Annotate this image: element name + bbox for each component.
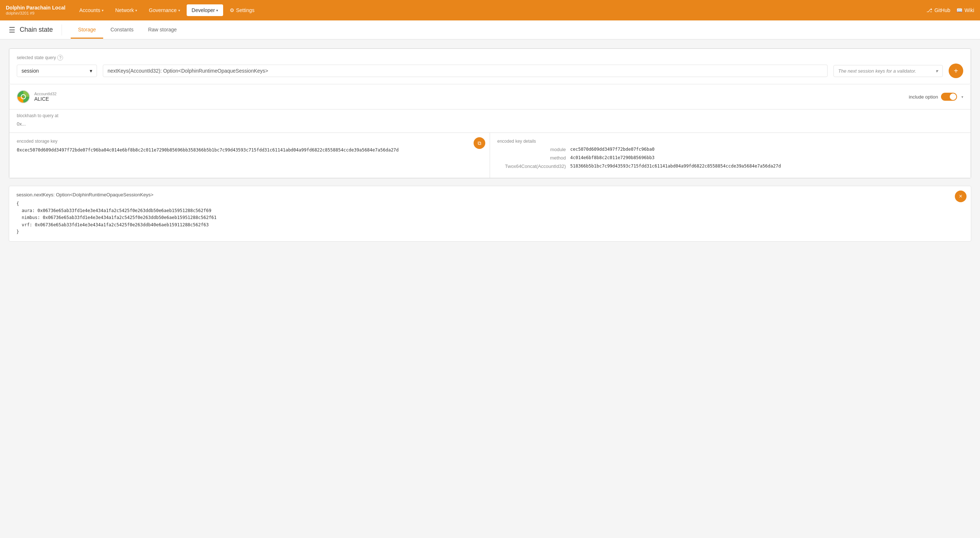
close-result-button[interactable]: × [955, 190, 967, 202]
nav-right: ⎇ GitHub 📖 Wiki [926, 7, 974, 13]
module-select-value: session [22, 68, 39, 74]
brand-sub: dolphin/3201 #9 [6, 11, 65, 16]
encoded-storage-key-value: 0xcec5070d609dd3497f72bde07fc96ba04c014e… [17, 147, 482, 153]
nav-items: Accounts ▾ Network ▾ Governance ▾ Develo… [74, 5, 926, 16]
nav-settings[interactable]: ⚙ Settings [224, 5, 259, 16]
account-avatar [17, 90, 30, 103]
github-icon: ⎇ [926, 7, 932, 13]
query-selector-inner: selected state query ? session ▾ nextKey… [17, 55, 963, 78]
key-details-table: module cec5070d609dd3497f72bde07fc96ba0 … [497, 147, 963, 169]
key-details-method-value: 4c014e6bf8b8c2c011e7290b85696bb3 [570, 155, 963, 161]
nav-accounts-label: Accounts [79, 7, 100, 13]
result-title: session.nextKeys: Option<DolphinRuntimeO… [16, 192, 964, 198]
chain-state-icon: ☰ [9, 26, 15, 34]
account-row: AccountId32 ALICE include option ▾ [9, 84, 971, 110]
nav-accounts[interactable]: Accounts ▾ [74, 5, 109, 16]
nav-developer-chevron: ▾ [216, 8, 218, 13]
nav-github[interactable]: ⎇ GitHub [926, 7, 950, 13]
nav-developer-label: Developer [192, 7, 215, 13]
nav-settings-icon: ⚙ [230, 7, 234, 13]
tab-storage[interactable]: Storage [71, 22, 103, 39]
module-select[interactable]: session ▾ [17, 65, 97, 77]
tab-constants[interactable]: Constants [103, 22, 141, 39]
description-chevron: ▾ [935, 68, 938, 74]
page-title: Chain state [20, 26, 53, 34]
nav-governance[interactable]: Governance ▾ [144, 5, 185, 16]
method-select-value: nextKeys(AccountId32): Option<DolphinRun… [108, 68, 268, 74]
module-select-chevron: ▾ [90, 68, 92, 74]
main-content: selected state query ? session ▾ nextKey… [0, 40, 980, 251]
key-details-module-label: module [497, 147, 570, 152]
svg-rect-2 [18, 97, 23, 102]
close-icon: × [959, 193, 962, 200]
tab-raw-storage[interactable]: Raw storage [141, 22, 184, 39]
copy-button[interactable]: ⧉ [474, 137, 485, 149]
result-code: { aura: 0x06736e65ab33fd1e4e3e434a1fa2c5… [16, 200, 964, 235]
wiki-label: Wiki [965, 7, 974, 13]
account-type: AccountId32 [34, 92, 57, 96]
key-details-concat-label: Twox64Concat(AccountId32) [497, 163, 570, 169]
sub-navigation: ☰ Chain state Storage Constants Raw stor… [0, 21, 980, 40]
add-query-button[interactable]: + [949, 64, 963, 78]
brand-name: Dolphin Parachain Local [6, 5, 65, 11]
query-controls: session ▾ nextKeys(AccountId32): Option<… [17, 64, 963, 78]
query-card: selected state query ? session ▾ nextKey… [9, 48, 971, 179]
key-details-concat-row: Twox64Concat(AccountId32) 518366b5b1bc7c… [497, 163, 963, 169]
nav-governance-label: Governance [149, 7, 177, 13]
include-option-toggle[interactable] [941, 93, 957, 101]
blockhash-label: blockhash to query at [17, 113, 963, 118]
add-icon: + [954, 67, 958, 75]
account-avatar-svg [18, 91, 29, 102]
query-help-icon[interactable]: ? [57, 55, 63, 61]
module-select-wrapper: session ▾ [17, 65, 97, 77]
account-info: AccountId32 ALICE [34, 92, 57, 102]
query-description: The next session keys for a validator. ▾ [834, 65, 943, 77]
nav-governance-chevron: ▾ [178, 8, 180, 13]
include-option: include option ▾ [909, 93, 963, 101]
brand: Dolphin Parachain Local dolphin/3201 #9 [6, 5, 65, 16]
encoded-storage-key-section: encoded storage key 0xcec5070d609dd3497f… [10, 133, 490, 178]
key-details-module-row: module cec5070d609dd3497f72bde07fc96ba0 [497, 147, 963, 152]
svg-rect-0 [18, 91, 23, 97]
wiki-icon: 📖 [956, 7, 963, 13]
svg-rect-3 [23, 97, 29, 102]
nav-accounts-chevron: ▾ [102, 8, 103, 13]
method-select-wrapper: nextKeys(AccountId32): Option<DolphinRun… [103, 65, 827, 77]
key-details-concat-value: 518366b5b1bc7c99d43593c715fdd31c61141abd… [570, 163, 963, 169]
nav-network-chevron: ▾ [135, 8, 137, 13]
storage-row: encoded storage key 0xcec5070d609dd3497f… [9, 133, 971, 178]
result-section: session.nextKeys: Option<DolphinRuntimeO… [9, 186, 971, 242]
query-label: selected state query ? [17, 55, 963, 61]
account-name: ALICE [34, 96, 57, 102]
encoded-key-details-section: encoded key details module cec5070d609dd… [490, 133, 970, 178]
nav-developer[interactable]: Developer ▾ [187, 5, 223, 16]
copy-icon: ⧉ [477, 140, 481, 146]
nav-wiki[interactable]: 📖 Wiki [956, 7, 974, 13]
blockhash-row: blockhash to query at [9, 110, 971, 133]
subnav-divider [62, 24, 62, 35]
query-description-text: The next session keys for a validator. [838, 68, 916, 74]
encoded-key-details-label: encoded key details [497, 139, 963, 144]
encoded-storage-key-label: encoded storage key [17, 139, 482, 144]
key-details-method-row: method 4c014e6bf8b8c2c011e7290b85696bb3 [497, 155, 963, 161]
include-option-label: include option [909, 94, 938, 100]
key-details-module-value: cec5070d609dd3497f72bde07fc96ba0 [570, 147, 963, 152]
nav-network-label: Network [115, 7, 134, 13]
key-details-method-label: method [497, 155, 570, 161]
subnav-tabs: Storage Constants Raw storage [71, 22, 184, 38]
description-wrapper: The next session keys for a validator. ▾ [834, 65, 943, 77]
nav-network[interactable]: Network ▾ [110, 5, 142, 16]
top-navigation: Dolphin Parachain Local dolphin/3201 #9 … [0, 0, 980, 21]
method-select[interactable]: nextKeys(AccountId32): Option<DolphinRun… [103, 65, 827, 77]
query-selector-row: selected state query ? session ▾ nextKey… [9, 48, 971, 84]
include-option-chevron[interactable]: ▾ [961, 95, 963, 99]
blockhash-input[interactable] [17, 120, 963, 128]
svg-rect-1 [23, 91, 29, 97]
nav-settings-label: Settings [236, 7, 255, 13]
github-label: GitHub [934, 7, 950, 13]
